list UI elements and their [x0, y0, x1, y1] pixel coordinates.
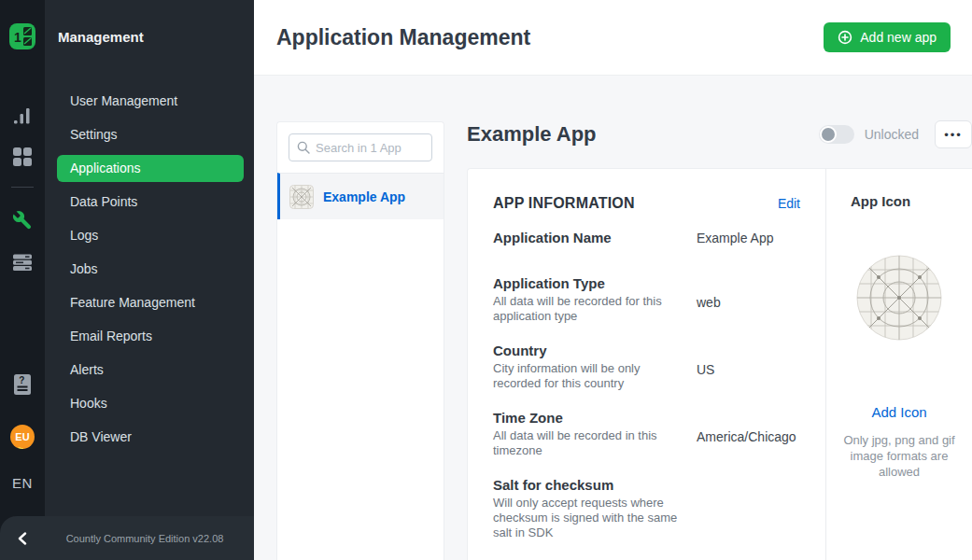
salt-for-checksum-desc: Will only accept requests where checksum…	[493, 496, 684, 540]
app-information-card: APP INFORMATION Edit Application Name Ex…	[467, 168, 972, 560]
analytics-icon[interactable]	[12, 105, 33, 130]
countly-logo[interactable]: 1	[8, 22, 36, 54]
lock-toggle[interactable]	[819, 125, 854, 144]
info-row-application-name: Application Name Example App	[493, 230, 800, 245]
time-zone-label: Time Zone	[493, 410, 684, 426]
sidebar-item-user-management[interactable]: User Management	[57, 88, 244, 115]
add-icon-link[interactable]: Add Icon	[871, 404, 926, 420]
salt-for-checksum-label: Salt for checksum	[493, 477, 684, 493]
sidebar-nav: User Management Settings Applications Da…	[45, 88, 254, 451]
app-detail-title: Example App	[467, 122, 819, 147]
sidebar-item-jobs[interactable]: Jobs	[57, 256, 244, 283]
sidebar-item-db-viewer[interactable]: DB Viewer	[57, 424, 244, 451]
app-icon-title: App Icon	[851, 193, 910, 209]
app-thumbnail-icon	[289, 185, 314, 209]
lock-toggle-knob	[820, 126, 837, 143]
info-row-time-zone: Time Zone All data will be recorded in t…	[493, 410, 800, 458]
app-list-item-example-app[interactable]: Example App	[277, 173, 444, 219]
sidebar-item-email-reports[interactable]: Email Reports	[57, 323, 244, 350]
application-type-label: Application Type	[493, 275, 684, 291]
application-name-label: Application Name	[493, 230, 684, 245]
app-detail: Example App Unlocked ••• APP INFORMATION…	[467, 76, 972, 560]
sidebar: 1	[0, 0, 254, 560]
add-new-app-label: Add new app	[860, 30, 937, 45]
app-icon-panel: App Icon	[826, 169, 972, 560]
collapse-sidebar-button[interactable]	[0, 532, 45, 545]
apps-list-panel: Example App	[276, 121, 444, 560]
version-label: Countly Community Edition v22.08	[45, 533, 254, 544]
page-title: Application Management	[276, 25, 824, 50]
sidebar-item-hooks[interactable]: Hooks	[57, 390, 244, 417]
application-name-value: Example App	[697, 230, 774, 245]
country-desc: City information will be only recorded f…	[493, 361, 684, 391]
sidebar-menu: Management User Management Settings Appl…	[45, 0, 254, 560]
sidebar-footer: Countly Community Edition v22.08	[0, 516, 254, 560]
time-zone-desc: All data will be recorded in this timezo…	[493, 428, 684, 458]
app-detail-header: Example App Unlocked •••	[467, 119, 972, 150]
language-selector[interactable]: EN	[12, 475, 33, 491]
server-icon[interactable]	[12, 252, 33, 276]
rail-divider	[11, 187, 34, 188]
svg-text:?: ?	[19, 375, 24, 385]
lock-state-label: Unlocked	[865, 127, 919, 142]
sidebar-item-logs[interactable]: Logs	[57, 222, 244, 249]
edit-link[interactable]: Edit	[778, 196, 800, 211]
sidebar-item-settings[interactable]: Settings	[57, 121, 244, 148]
sidebar-icon-rail: 1	[0, 0, 45, 560]
sidebar-section-title: Management	[58, 29, 254, 45]
country-label: Country	[493, 343, 684, 358]
svg-text:1: 1	[14, 30, 21, 45]
icon-format-caption: Only jpg, png and gif image formats are …	[837, 432, 962, 480]
sidebar-item-feature-management[interactable]: Feature Management	[57, 289, 244, 316]
plus-circle-icon	[838, 30, 852, 45]
country-value: US	[697, 343, 714, 391]
user-avatar[interactable]: EU	[10, 425, 35, 449]
sidebar-item-applications[interactable]: Applications	[57, 155, 244, 182]
app-information-section: APP INFORMATION Edit Application Name Ex…	[468, 169, 826, 560]
app-list-item-label: Example App	[323, 189, 405, 204]
apps-grid-icon[interactable]	[12, 147, 33, 171]
content-area: Example App Example App Unlocked ••• APP…	[254, 76, 972, 560]
add-new-app-button[interactable]: Add new app	[824, 22, 951, 52]
sidebar-item-alerts[interactable]: Alerts	[57, 357, 244, 384]
sidebar-item-data-points[interactable]: Data Points	[57, 189, 244, 216]
more-options-button[interactable]: •••	[935, 120, 972, 148]
info-row-application-type: Application Type All data will be record…	[493, 275, 800, 324]
info-row-salt-for-checksum: Salt for checksum Will only accept reque…	[493, 477, 800, 540]
time-zone-value: America/Chicago	[697, 410, 796, 458]
management-wrench-icon[interactable]	[11, 209, 34, 235]
main-area: Application Management Add new app	[254, 0, 972, 560]
app-information-title: APP INFORMATION	[493, 195, 778, 212]
application-type-value: web	[697, 275, 721, 324]
help-icon[interactable]: ?	[13, 373, 32, 399]
application-type-desc: All data will be recorded for this appli…	[493, 294, 684, 324]
app-icon-placeholder	[856, 255, 942, 344]
info-row-country: Country City information will be only re…	[493, 343, 800, 391]
page-header: Application Management Add new app	[254, 0, 972, 76]
